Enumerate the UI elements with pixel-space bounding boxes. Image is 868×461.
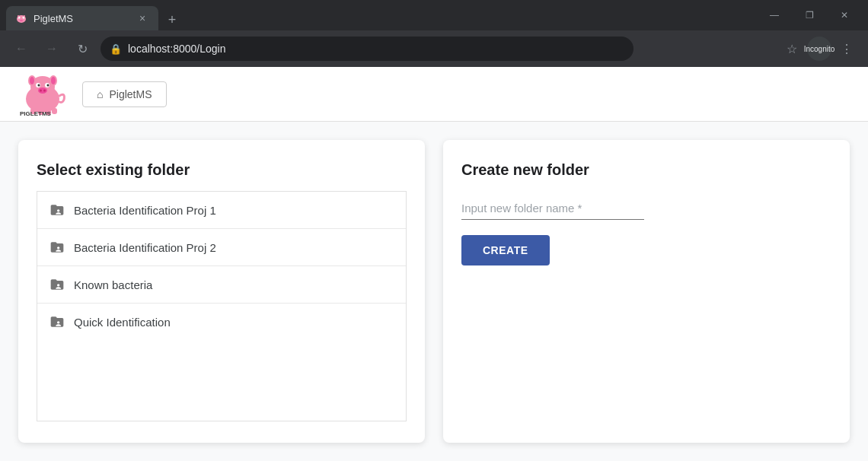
svg-text:PIGLETMS: PIGLETMS: [20, 110, 52, 116]
select-folder-card: Select existing folder Bacteria Identifi…: [18, 140, 425, 443]
folder-item-label: Known bacteria: [74, 278, 152, 291]
logo-area: PIGLETMS: [18, 73, 67, 116]
folder-person-icon: [49, 277, 65, 292]
svg-rect-5: [24, 15, 25, 17]
address-bar-row: ← → ↻ 🔒 localhost:8000/Login ☆ Incognito…: [0, 30, 868, 67]
create-folder-title: Create new folder: [461, 161, 831, 179]
main-area: Select existing folder Bacteria Identifi…: [0, 122, 868, 461]
svg-point-16: [38, 87, 47, 94]
folder-name-wrapper: [461, 197, 831, 220]
home-icon: ⌂: [97, 88, 103, 100]
svg-point-17: [40, 89, 42, 91]
list-item[interactable]: Bacteria Identification Proj 2: [37, 229, 406, 266]
profile-label: Incognito: [804, 45, 835, 53]
tab-bar: PigletMS × + — ❐ ✕: [0, 0, 868, 30]
svg-point-18: [43, 89, 46, 91]
folder-item-label: Bacteria Identification Proj 1: [74, 204, 216, 217]
folder-item-label: Bacteria Identification Proj 2: [74, 241, 216, 254]
select-folder-title: Select existing folder: [37, 161, 407, 179]
folder-item-label: Quick Identification: [74, 316, 171, 329]
svg-point-10: [30, 77, 34, 84]
svg-point-3: [20, 20, 23, 21]
home-button[interactable]: ⌂ PigletMS: [82, 81, 167, 107]
tab-close-button[interactable]: ×: [136, 11, 149, 25]
svg-point-11: [51, 77, 56, 84]
tab-favicon-icon: [15, 12, 27, 24]
svg-rect-4: [18, 15, 19, 17]
folder-person-icon: [49, 314, 65, 329]
close-button[interactable]: ✕: [827, 0, 862, 30]
svg-point-15: [47, 84, 49, 86]
folder-name-input[interactable]: [461, 197, 644, 220]
back-button[interactable]: ←: [9, 37, 34, 61]
svg-rect-22: [52, 108, 57, 114]
app-header: PIGLETMS ⌂ PigletMS: [0, 67, 868, 122]
create-folder-form: CREATE: [461, 197, 831, 265]
pig-logo-icon: PIGLETMS: [18, 73, 67, 116]
forward-button[interactable]: →: [40, 37, 64, 61]
maximize-button[interactable]: ❐: [792, 0, 827, 30]
browser-window: PigletMS × + — ❐ ✕ ← → ↻ 🔒 localhost:800…: [0, 0, 868, 461]
page-content: PIGLETMS ⌂ PigletMS Select existing fold…: [0, 67, 868, 461]
menu-button[interactable]: ⋮: [834, 37, 859, 61]
list-item[interactable]: Quick Identification: [37, 304, 406, 340]
reload-button[interactable]: ↻: [70, 37, 94, 61]
tab-title-label: PigletMS: [34, 13, 129, 24]
address-bar-actions: ☆ Incognito ⋮: [780, 37, 859, 61]
bookmark-button[interactable]: ☆: [780, 37, 804, 61]
address-bar[interactable]: 🔒 localhost:8000/Login: [101, 37, 633, 61]
profile-button[interactable]: Incognito: [807, 37, 831, 61]
folder-person-icon: [49, 240, 65, 255]
folder-person-icon: [49, 202, 65, 218]
active-tab[interactable]: PigletMS ×: [6, 6, 158, 30]
list-item[interactable]: Bacteria Identification Proj 1: [37, 192, 406, 229]
home-label: PigletMS: [109, 88, 152, 100]
folder-list[interactable]: Bacteria Identification Proj 1 Bacteria …: [37, 191, 407, 421]
address-text: localhost:8000/Login: [128, 43, 225, 55]
lock-icon: 🔒: [110, 43, 122, 55]
svg-point-14: [38, 84, 40, 86]
window-controls: — ❐ ✕: [757, 0, 862, 30]
create-folder-card: Create new folder CREATE: [443, 140, 850, 443]
list-item[interactable]: Known bacteria: [37, 266, 406, 304]
new-tab-button[interactable]: +: [161, 9, 183, 30]
minimize-button[interactable]: —: [757, 0, 792, 30]
create-button[interactable]: CREATE: [461, 235, 550, 265]
